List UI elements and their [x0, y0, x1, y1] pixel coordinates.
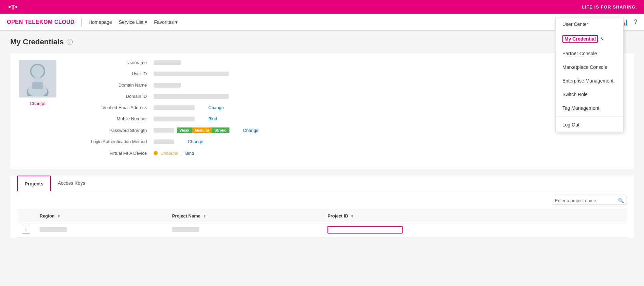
login-auth-change-link[interactable]: Change [188, 139, 204, 144]
table-header-checkbox [17, 210, 35, 222]
svg-point-3 [15, 6, 17, 8]
email-change-link[interactable]: Change [208, 105, 224, 110]
mfa-status: Unbound | Bind [154, 150, 194, 156]
mfa-unbound-label: Unbound [160, 151, 179, 156]
dropdown-my-credential[interactable]: My Credential ↖ [556, 31, 623, 47]
userid-value [154, 72, 229, 76]
mfa-bind-link[interactable]: Bind [185, 151, 194, 156]
email-value [154, 105, 195, 110]
username-value [154, 60, 181, 65]
logo: T [7, 1, 19, 13]
add-row-button[interactable]: + [22, 226, 30, 234]
table-cell-project-id [323, 222, 627, 238]
dropdown-separator [556, 116, 623, 117]
change-avatar-link[interactable]: Change [30, 101, 45, 106]
username-label: Username [79, 60, 147, 65]
page-title: My Credentials [10, 37, 64, 46]
email-label: Verified Email Address [79, 105, 147, 110]
domain-name-value [154, 83, 181, 88]
nav-favorites[interactable]: Favorites ▾ [154, 19, 178, 25]
help-icon[interactable]: ? [634, 18, 637, 26]
mfa-pipe: | [181, 150, 183, 156]
sort-icon: ⇕ [57, 214, 60, 218]
projects-table: Region ⇕ Project Name ⇕ Project ID ⇕ [17, 210, 627, 238]
password-change-link[interactable]: Change [243, 128, 259, 133]
profile-section: Change Username User ID Domain Name Doma… [10, 53, 634, 169]
table-cell-add: + [17, 222, 35, 238]
avatar-image [19, 60, 56, 97]
password-row: Password Strength Weak Medium Strong Cha… [79, 127, 627, 133]
table-header-region[interactable]: Region ⇕ [35, 210, 167, 222]
dropdown-tag-management[interactable]: Tag Management [556, 101, 623, 115]
project-name-value [172, 227, 199, 232]
dropdown-marketplace-console[interactable]: Marketplace Console [556, 60, 623, 74]
svg-point-2 [9, 6, 11, 8]
mfa-dot-icon [154, 151, 158, 155]
cursor-icon: ↖ [600, 36, 604, 42]
info-fields: Username User ID Domain Name Domain ID V… [79, 60, 627, 162]
dropdown-menu: User Center My Credential ↖ Partner Cons… [555, 17, 624, 132]
username-row: Username [79, 60, 627, 65]
svg-text:T: T [11, 3, 15, 11]
domain-id-label: Domain ID [79, 94, 147, 99]
mobile-value [154, 117, 195, 121]
tab-projects[interactable]: Projects [17, 176, 51, 191]
password-bar [154, 128, 174, 133]
project-id-highlighted-box [327, 226, 403, 234]
nav-divider [81, 18, 82, 26]
strength-strong: Strong [212, 127, 229, 133]
project-search-box: 🔍 [552, 196, 627, 205]
dropdown-partner-console[interactable]: Partner Console [556, 47, 623, 60]
email-row: Verified Email Address Change [79, 105, 627, 110]
tabs-section: Projects Access Keys 🔍 Region ⇕ Pr [10, 176, 634, 238]
tab-access-keys[interactable]: Access Keys [51, 176, 92, 191]
login-auth-label: Login Authentication Method [79, 139, 147, 144]
dropdown-user-center[interactable]: User Center [556, 17, 623, 31]
nav-homepage[interactable]: Homepage [88, 19, 112, 25]
tagline: LIFE IS FOR SHARING. [582, 4, 637, 10]
mobile-bind-link[interactable]: Bind [208, 116, 217, 121]
domain-name-row: Domain Name [79, 82, 627, 88]
sort-icon: ⇕ [351, 214, 353, 218]
table-row: + [17, 222, 627, 238]
page-help-icon[interactable]: ? [67, 39, 73, 45]
dropdown-log-out[interactable]: Log Out [556, 118, 623, 132]
mobile-row: Mobile Number Bind [79, 116, 627, 121]
main-content: My Credentials ? Change U [0, 31, 644, 286]
svg-point-6 [31, 65, 44, 77]
table-body: + [17, 222, 627, 238]
avatar-column: Change [17, 60, 58, 162]
nav-brand: OPEN TELEKOM CLOUD [7, 19, 74, 25]
top-bar: T LIFE IS FOR SHARING. [0, 0, 644, 14]
chevron-down-icon: ▾ [145, 19, 147, 25]
nav-left: OPEN TELEKOM CLOUD Homepage Service List… [7, 18, 184, 26]
page-title-row: My Credentials ? [10, 37, 634, 46]
tabs-row: Projects Access Keys [17, 176, 627, 191]
table-cell-region [35, 222, 167, 238]
search-icon[interactable]: 🔍 [618, 198, 624, 203]
mobile-label: Mobile Number [79, 116, 147, 121]
table-toolbar: 🔍 [17, 191, 627, 210]
nav-service-list[interactable]: Service List ▾ [119, 19, 147, 25]
table-header: Region ⇕ Project Name ⇕ Project ID ⇕ [17, 210, 627, 222]
nav-bar: OPEN TELEKOM CLOUD Homepage Service List… [0, 14, 644, 31]
sort-icon: ⇕ [203, 214, 206, 218]
chevron-down-icon: ▾ [175, 19, 178, 25]
table-header-project-name[interactable]: Project Name ⇕ [167, 210, 323, 222]
strength-medium: Medium [192, 127, 212, 133]
mfa-row: Virtual MFA Device Unbound | Bind [79, 150, 627, 156]
login-auth-row: Login Authentication Method Change [79, 139, 627, 144]
domain-id-value [154, 94, 229, 99]
region-value [40, 227, 67, 232]
userid-label: User ID [79, 71, 147, 76]
strength-weak: Weak [177, 127, 192, 133]
userid-row: User ID [79, 71, 627, 76]
dropdown-switch-role[interactable]: Switch Role [556, 88, 623, 101]
login-auth-value [154, 139, 174, 144]
domain-name-label: Domain Name [79, 82, 147, 88]
dropdown-enterprise-management[interactable]: Enterprise Management [556, 74, 623, 88]
project-search-input[interactable] [555, 198, 616, 203]
table-header-project-id[interactable]: Project ID ⇕ [323, 210, 627, 222]
telekom-logo-icon: T [7, 1, 19, 13]
password-label: Password Strength [79, 128, 147, 133]
